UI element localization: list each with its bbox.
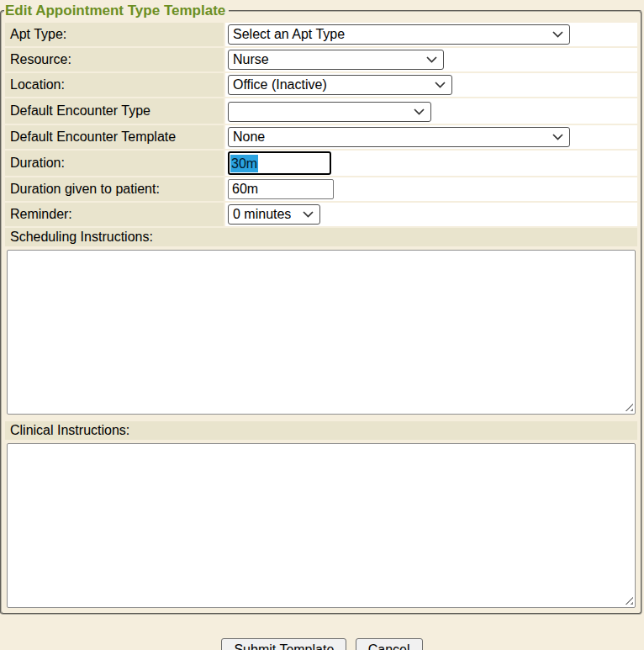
form-title: Edit Appointment Type Template: [4, 3, 229, 19]
chevron-down-icon: [552, 134, 563, 140]
default-encounter-template-select[interactable]: None: [228, 127, 570, 147]
edit-appointment-type-template-form: Edit Appointment Type Template Apt Type:…: [0, 3, 642, 615]
default-encounter-type-select[interactable]: [228, 102, 431, 122]
duration-given-to-patient-input[interactable]: [228, 179, 334, 199]
apt-type-selected-value: Select an Apt Type: [233, 27, 345, 42]
duration-selected-text: 30m: [230, 155, 258, 172]
chevron-down-icon: [435, 82, 446, 88]
submit-template-button[interactable]: Submit Template: [221, 638, 346, 650]
table-row: Location: Office (Inactive): [5, 73, 637, 97]
resource-selected-value: Nurse: [233, 52, 269, 67]
duration-input[interactable]: 30m: [228, 151, 331, 175]
table-row: [5, 248, 637, 420]
table-row: [5, 441, 637, 608]
chevron-down-icon: [414, 108, 425, 115]
table-row: Default Encounter Template None: [5, 125, 637, 149]
reminder-label: Reminder:: [5, 203, 224, 226]
scheduling-instructions-label: Scheduling Instructions:: [5, 228, 637, 246]
default-encounter-type-label: Default Encounter Type: [5, 98, 224, 124]
scheduling-instructions-textarea[interactable]: [7, 250, 636, 415]
chevron-down-icon: [552, 31, 563, 38]
clinical-instructions-label: Clinical Instructions:: [5, 421, 637, 440]
table-row: Default Encounter Type: [5, 98, 637, 124]
apt-type-label: Apt Type:: [5, 23, 224, 46]
reminder-selected-value: 0 minutes: [233, 207, 291, 222]
cancel-button[interactable]: Cancel: [356, 638, 423, 650]
default-encounter-template-selected-value: None: [233, 129, 265, 145]
chevron-down-icon: [303, 211, 314, 218]
location-select[interactable]: Office (Inactive): [228, 75, 452, 95]
default-encounter-template-label: Default Encounter Template: [5, 125, 224, 149]
chevron-down-icon: [426, 56, 437, 63]
table-row: Reminder: 0 minutes: [5, 203, 637, 226]
form-actions: Submit Template Cancel: [0, 638, 644, 650]
table-row: Duration given to patient:: [5, 177, 637, 201]
duration-label: Duration:: [5, 151, 224, 176]
table-row: Clinical Instructions:: [5, 421, 637, 440]
table-row: Resource: Nurse: [5, 48, 637, 71]
table-row: Scheduling Instructions:: [5, 228, 637, 246]
table-row: Duration: 30m: [5, 151, 637, 176]
table-row: Apt Type: Select an Apt Type: [5, 23, 637, 46]
reminder-select[interactable]: 0 minutes: [228, 204, 320, 225]
form-table: Apt Type: Select an Apt Type Resource: N…: [3, 21, 639, 610]
location-selected-value: Office (Inactive): [233, 77, 327, 92]
duration-given-to-patient-label: Duration given to patient:: [5, 177, 224, 201]
location-label: Location:: [5, 73, 224, 97]
apt-type-select[interactable]: Select an Apt Type: [228, 24, 570, 45]
clinical-instructions-textarea[interactable]: [7, 443, 636, 608]
resource-select[interactable]: Nurse: [228, 50, 444, 70]
resource-label: Resource:: [5, 48, 224, 71]
